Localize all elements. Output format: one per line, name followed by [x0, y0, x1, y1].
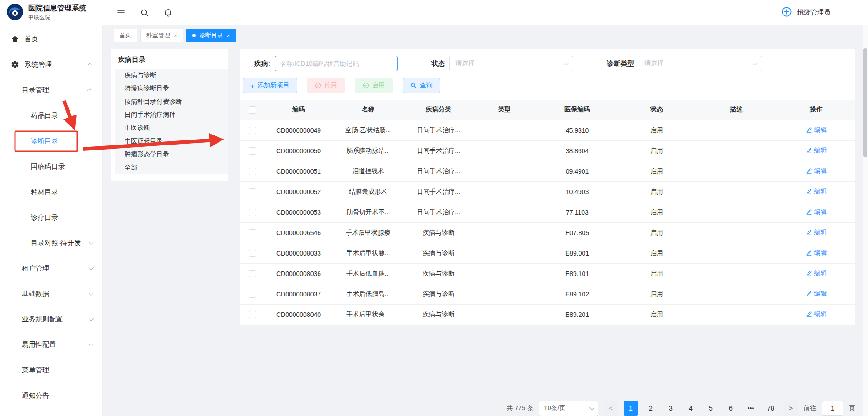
edit-button[interactable]: 编辑 [806, 146, 827, 155]
edit-label: 编辑 [814, 167, 827, 175]
page-button-2[interactable]: 2 [644, 401, 658, 416]
category-item[interactable]: 中医证候目录 [115, 135, 228, 148]
row-checkbox[interactable] [249, 250, 256, 257]
page-button-1[interactable]: 1 [624, 401, 638, 416]
tab-department-management[interactable]: 科室管理 × [140, 29, 183, 42]
sidebar-item-drug-catalog[interactable]: 药品目录 [0, 103, 102, 128]
page-size-select[interactable]: 10条/页 [539, 401, 598, 416]
cell-description [695, 284, 777, 304]
page-button-78[interactable]: 78 [763, 401, 778, 416]
sidebar-item-business-rules[interactable]: 业务规则配置 [0, 306, 102, 332]
row-checkbox[interactable] [249, 209, 256, 216]
category-item[interactable]: 全部 [115, 161, 228, 174]
sidebar-item-diagnosis-catalog[interactable]: 诊断目录 [0, 128, 102, 154]
row-checkbox[interactable] [249, 229, 256, 236]
row-checkbox[interactable] [249, 127, 256, 134]
edit-button[interactable]: 编辑 [806, 126, 827, 134]
edit-button[interactable]: 编辑 [806, 310, 827, 318]
sidebar-item-label: 业务规则配置 [22, 315, 63, 324]
edit-button[interactable]: 编辑 [806, 269, 827, 277]
page-button-3[interactable]: 3 [663, 401, 678, 416]
search-icon[interactable] [140, 8, 149, 17]
sidebar-item-home[interactable]: 首页 [0, 26, 102, 52]
row-checkbox[interactable] [249, 147, 256, 155]
edit-label: 编辑 [814, 146, 827, 155]
sidebar-item-basic-data[interactable]: 基础数据 [0, 281, 102, 306]
sidebar-item-notice-announcement[interactable]: 通知公告 [0, 383, 102, 408]
edit-button[interactable]: 编辑 [806, 208, 827, 216]
category-item[interactable]: 中医诊断 [115, 121, 228, 135]
row-checkbox[interactable] [249, 188, 256, 195]
table-header-row: 编码 名称 疾病分类 类型 医保编码 状态 描述 操作 [240, 100, 855, 120]
gear-icon [11, 60, 20, 69]
next-page-button[interactable]: > [783, 401, 798, 416]
app-logo-icon [6, 3, 24, 22]
sidebar-item-national-clinical-code-catalog[interactable]: 国临码目录 [0, 154, 102, 179]
page-button-6[interactable]: 6 [723, 401, 738, 416]
hospital-name: 中联医院 [28, 14, 86, 21]
close-icon[interactable]: × [174, 33, 177, 39]
edit-label: 编辑 [814, 310, 827, 318]
status-filter-label: 状态 [431, 60, 445, 68]
cell-code: CD0000006546 [265, 222, 332, 243]
sidebar-item-system-management[interactable]: 系统管理 [0, 52, 102, 77]
cell-description [695, 304, 777, 325]
edit-button[interactable]: 编辑 [806, 228, 827, 236]
row-checkbox[interactable] [249, 291, 256, 298]
sidebar: 首页 系统管理 目录管理 药品目录 诊断目录 国临码目录 耗材目录 诊疗目录 [0, 25, 103, 416]
row-checkbox[interactable] [249, 168, 256, 175]
edit-label: 编辑 [814, 126, 827, 134]
user-area[interactable]: 超级管理员 [781, 6, 868, 20]
cell-description [695, 140, 777, 161]
sidebar-item-menu-management[interactable]: 菜单管理 [0, 357, 102, 383]
page-button-4[interactable]: 4 [683, 401, 698, 416]
row-checkbox[interactable] [249, 270, 256, 277]
sidebar-item-consumables-catalog[interactable]: 耗材目录 [0, 179, 102, 205]
collapse-menu-icon[interactable] [116, 8, 125, 17]
bell-icon[interactable] [164, 8, 173, 17]
sidebar-item-usability-config[interactable]: 易用性配置 [0, 332, 102, 357]
edit-button[interactable]: 编辑 [806, 167, 827, 175]
disease-filter-label: 疾病: [254, 60, 270, 68]
cell-description [695, 181, 777, 202]
column-header: 状态 [618, 100, 695, 120]
edit-button[interactable]: 编辑 [806, 187, 827, 195]
category-item[interactable]: 疾病与诊断 [115, 69, 228, 82]
add-item-button[interactable]: + 添加新项目 [243, 78, 297, 93]
tab-diagnosis-catalog[interactable]: 诊断目录 × [186, 29, 236, 42]
scrollbar-thumb[interactable] [863, 48, 867, 157]
category-item[interactable]: 特慢病诊断目录 [115, 82, 228, 95]
cell-name: 肠系膜动脉结... [332, 140, 404, 161]
sidebar-item-treatment-catalog[interactable]: 诊疗目录 [0, 205, 102, 230]
app-titles: 医院信息管理系统 中联医院 [28, 4, 86, 21]
category-item[interactable]: 日间手术治疗病种 [115, 108, 228, 121]
sidebar-item-catalog-management[interactable]: 目录管理 [0, 77, 102, 103]
cell-insurance-code: 10.4903 [536, 181, 618, 202]
cell-category: 日间手术治疗... [404, 140, 473, 161]
disable-button[interactable]: 停用 [307, 78, 345, 93]
sidebar-item-tenant-management[interactable]: 租户管理 [0, 256, 102, 281]
select-all-checkbox[interactable] [249, 106, 256, 114]
close-icon[interactable]: × [227, 33, 230, 39]
page-button-5[interactable]: 5 [703, 401, 718, 416]
query-button[interactable]: 查询 [403, 78, 440, 93]
goto-page-input[interactable] [822, 401, 843, 416]
chevron-down-icon [89, 341, 94, 346]
diagnosis-type-select[interactable]: 请选择 [639, 56, 762, 71]
edit-button[interactable]: 编辑 [806, 290, 827, 298]
status-select[interactable]: 请选择 [449, 56, 573, 71]
disease-catalog-panel: 疾病目录 疾病与诊断 特慢病诊断目录 按病种目录付费诊断 日间手术治疗病种 中医… [111, 49, 228, 181]
category-item[interactable]: 按病种目录付费诊断 [115, 95, 228, 108]
column-header: 类型 [473, 100, 536, 120]
enable-button[interactable]: 启用 [355, 78, 393, 93]
disease-search-input[interactable] [275, 56, 398, 71]
cell-code: CD0000000050 [265, 140, 332, 161]
tab-home[interactable]: 首页 [114, 29, 137, 42]
edit-button[interactable]: 编辑 [806, 249, 827, 257]
prev-page-button[interactable]: < [604, 401, 618, 416]
pagination-more-button[interactable]: ••• [743, 401, 758, 416]
category-item[interactable]: 肿瘤形态学目录 [115, 148, 228, 161]
row-checkbox[interactable] [249, 311, 256, 318]
sidebar-item-catalog-mapping[interactable]: 目录对照-待开发 [0, 230, 102, 256]
cell-status: 启用 [618, 140, 695, 161]
